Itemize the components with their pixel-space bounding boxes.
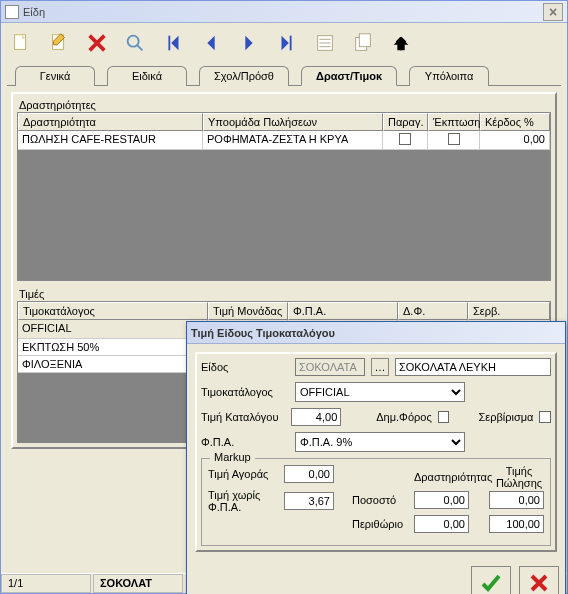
- checkbox-icon[interactable]: [399, 133, 411, 145]
- item-code-field: [295, 358, 365, 376]
- last-button[interactable]: [271, 27, 303, 59]
- col-discount[interactable]: Έκπτωση: [428, 113, 480, 131]
- window-title: Είδη: [23, 6, 543, 18]
- label-buyprice: Τιμή Αγοράς: [208, 468, 278, 480]
- margin-activity-field[interactable]: [414, 515, 469, 533]
- col-pricelist[interactable]: Τιμοκατάλογος: [18, 302, 208, 320]
- checkbox-icon[interactable]: [448, 133, 460, 145]
- edit-button[interactable]: [43, 27, 75, 59]
- cell-profit: 0,00: [480, 131, 550, 150]
- cell-pricelist: OFFICIAL: [18, 320, 208, 339]
- activities-grid[interactable]: Δραστηριότητα Υποομάδα Πωλήσεων Παραγ. Έ…: [17, 112, 551, 281]
- tab-notes[interactable]: Σχολ/Πρόσθ: [199, 66, 289, 86]
- grid-empty-area: [18, 150, 550, 280]
- activities-label: Δραστηριότητες: [17, 98, 551, 112]
- app-icon: [5, 5, 19, 19]
- new-button[interactable]: [5, 27, 37, 59]
- ok-button[interactable]: [471, 566, 511, 594]
- label-percent: Ποσοστό: [352, 494, 408, 506]
- cell-pricelist: ΦΙΛΟΞΕΝΙΑ: [18, 356, 208, 373]
- percent-activity-field[interactable]: [414, 491, 469, 509]
- cell-discount[interactable]: [428, 131, 480, 150]
- label-pricelist: Τιμοκατάλογος: [201, 386, 289, 398]
- margin-sale-field[interactable]: [489, 515, 544, 533]
- cancel-button[interactable]: [519, 566, 559, 594]
- item-name-field: [395, 358, 551, 376]
- tabs-bar: Γενικά Ειδικά Σχολ/Πρόσθ Δραστ/Τιμοκ Υπό…: [7, 65, 561, 86]
- pricelist-select[interactable]: OFFICIAL: [295, 382, 465, 402]
- tab-balance[interactable]: Υπόλοιπα: [409, 66, 489, 86]
- col-salesgroup[interactable]: Υποομάδα Πωλήσεων: [203, 113, 383, 131]
- status-item: ΣΟΚΟΛΑΤ: [93, 574, 183, 593]
- tax-checkbox[interactable]: [438, 411, 450, 423]
- status-page: 1/1: [1, 574, 91, 593]
- col-profit[interactable]: Κέρδος %: [480, 113, 550, 131]
- markup-legend: Markup: [210, 451, 255, 463]
- label-catalogprice: Τιμή Καταλόγου: [201, 411, 285, 423]
- prev-button[interactable]: [195, 27, 227, 59]
- table-row[interactable]: ΠΩΛΗΣΗ CAFE-RESTAUR ΡΟΦΗΜΑΤΑ-ΖΕΣΤΑ Η ΚΡΥ…: [18, 131, 550, 150]
- percent-sale-field[interactable]: [489, 491, 544, 509]
- activities-group: Δραστηριότητες Δραστηριότητα Υποομάδα Πω…: [17, 98, 551, 281]
- close-button[interactable]: ×: [543, 3, 563, 21]
- dialog-title: Τιμή Είδους Τιμοκαταλόγου: [191, 327, 561, 339]
- col-unitprice[interactable]: Τιμή Μονάδας: [208, 302, 288, 320]
- tab-general[interactable]: Γενικά: [15, 66, 95, 86]
- export-button[interactable]: [385, 27, 417, 59]
- item-lookup-button[interactable]: …: [371, 358, 389, 376]
- label-serving: Σερβίρισμα: [479, 411, 534, 423]
- catalogprice-field[interactable]: [291, 408, 341, 426]
- titlebar: Είδη ×: [1, 1, 567, 23]
- delete-button[interactable]: [81, 27, 113, 59]
- main-window: Είδη × Γενικά Ειδικά Σχολ/Πρόσθ Δραστ/Τι…: [0, 0, 568, 594]
- svg-rect-8: [359, 34, 370, 47]
- col-activity[interactable]: Δραστηριότητα: [18, 113, 203, 131]
- copy-button[interactable]: [347, 27, 379, 59]
- label-saleprice-col: Τιμής Πώλησης: [494, 465, 544, 489]
- price-dialog: Τιμή Είδους Τιμοκαταλόγου Είδος … Τιμοκα…: [186, 321, 566, 594]
- label-margin: Περιθώριο: [352, 518, 408, 530]
- buyprice-field[interactable]: [284, 465, 334, 483]
- label-vat: Φ.Π.Α.: [201, 436, 289, 448]
- prices-label: Τιμές: [17, 287, 551, 301]
- serving-checkbox[interactable]: [539, 411, 551, 423]
- col-serv[interactable]: Σερβ.: [468, 302, 550, 320]
- col-vat[interactable]: Φ.Π.Α.: [288, 302, 398, 320]
- cell-pricelist: ΕΚΠΤΩΣΗ 50%: [18, 339, 208, 356]
- label-activity-col: Δραστηριότητας: [414, 471, 488, 483]
- tab-special[interactable]: Ειδικά: [107, 66, 187, 86]
- list-button[interactable]: [309, 27, 341, 59]
- novat-field[interactable]: [284, 492, 334, 510]
- cell-salesgroup: ΡΟΦΗΜΑΤΑ-ΖΕΣΤΑ Η ΚΡΥΑ: [203, 131, 383, 150]
- dialog-titlebar: Τιμή Είδους Τιμοκαταλόγου: [187, 322, 565, 344]
- search-button[interactable]: [119, 27, 151, 59]
- col-prod[interactable]: Παραγ.: [383, 113, 428, 131]
- toolbar: [1, 23, 567, 63]
- cell-prod[interactable]: [383, 131, 428, 150]
- label-novat: Τιμή χωρίς Φ.Π.Α.: [208, 489, 278, 513]
- label-tax: Δημ.Φόρος: [376, 411, 431, 423]
- vat-select[interactable]: Φ.Π.Α. 9%: [295, 432, 465, 452]
- tab-activities-prices[interactable]: Δραστ/Τιμοκ: [301, 66, 397, 86]
- markup-fieldset: Markup Τιμή Αγοράς Τιμή χωρίς Φ.Π.Α. Δρα…: [201, 458, 551, 546]
- label-item: Είδος: [201, 361, 289, 373]
- col-df[interactable]: Δ.Φ.: [398, 302, 468, 320]
- first-button[interactable]: [157, 27, 189, 59]
- next-button[interactable]: [233, 27, 265, 59]
- cell-activity: ΠΩΛΗΣΗ CAFE-RESTAUR: [18, 131, 203, 150]
